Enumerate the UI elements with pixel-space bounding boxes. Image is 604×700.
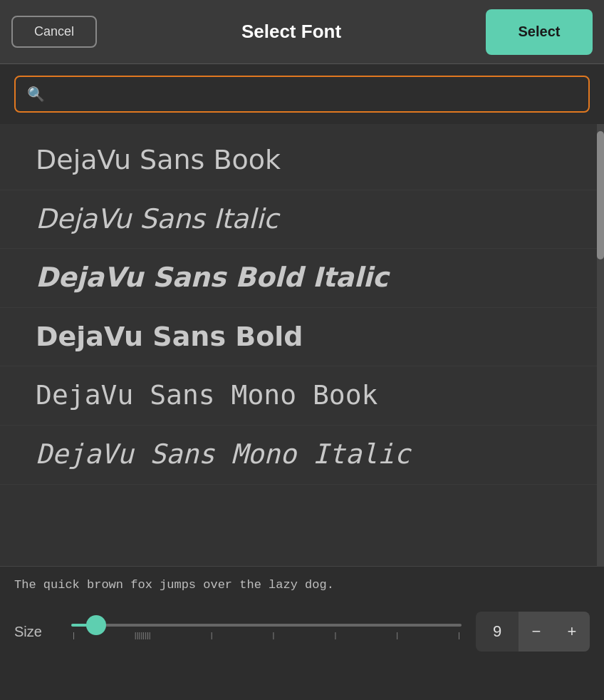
tick-4: | [273, 631, 275, 639]
font-item-dejavu-sans-book[interactable]: DejaVu Sans Book [0, 131, 604, 190]
scrollbar[interactable] [597, 124, 604, 566]
search-container: 🔍 [0, 64, 604, 124]
preview-area: The quick brown fox jumps over the lazy … [0, 566, 604, 603]
font-item-dejavu-sans-bold-italic[interactable]: DejaVu Sans Bold Italic [0, 249, 604, 308]
font-list-inner: DejaVu Sans Book DejaVu Sans Italic Deja… [0, 124, 604, 492]
tick-7: | [458, 631, 460, 639]
font-item-dejavu-sans-bold[interactable]: DejaVu Sans Bold [0, 308, 604, 367]
size-value: 9 [476, 622, 519, 641]
size-control: Size | |||||||| | | | | | 9 − + [0, 603, 604, 660]
tick-6: | [396, 631, 398, 639]
size-increment-button[interactable]: + [554, 612, 590, 652]
header: Cancel Select Font Select [0, 0, 604, 64]
size-slider[interactable] [71, 624, 462, 627]
size-decrement-button[interactable]: − [519, 612, 554, 652]
tick-1: | [73, 631, 75, 639]
ticks-container: | |||||||| | | | | | [71, 631, 462, 639]
scrollbar-thumb[interactable] [597, 131, 604, 259]
tick-5: | [334, 631, 336, 639]
dialog-title: Select Font [241, 21, 341, 43]
tick-3: | [211, 631, 213, 639]
select-button[interactable]: Select [486, 9, 593, 55]
font-item-dejavu-sans-mono-italic[interactable]: DejaVu Sans Mono Italic [0, 426, 604, 485]
font-item-dejavu-sans-mono-book[interactable]: DejaVu Sans Mono Book [0, 366, 604, 426]
size-value-box: 9 − + [476, 612, 590, 652]
search-wrapper: 🔍 [14, 76, 590, 113]
search-icon: 🔍 [27, 86, 45, 103]
search-input[interactable] [52, 86, 577, 103]
tick-2: |||||||| [135, 631, 151, 639]
preview-text: The quick brown fox jumps over the lazy … [14, 578, 334, 592]
size-label: Size [14, 624, 57, 640]
cancel-button[interactable]: Cancel [11, 16, 97, 48]
slider-container: | |||||||| | | | | | [71, 624, 462, 639]
font-list: DejaVu Sans Book DejaVu Sans Italic Deja… [0, 124, 604, 566]
font-item-dejavu-sans-italic[interactable]: DejaVu Sans Italic [0, 190, 604, 249]
